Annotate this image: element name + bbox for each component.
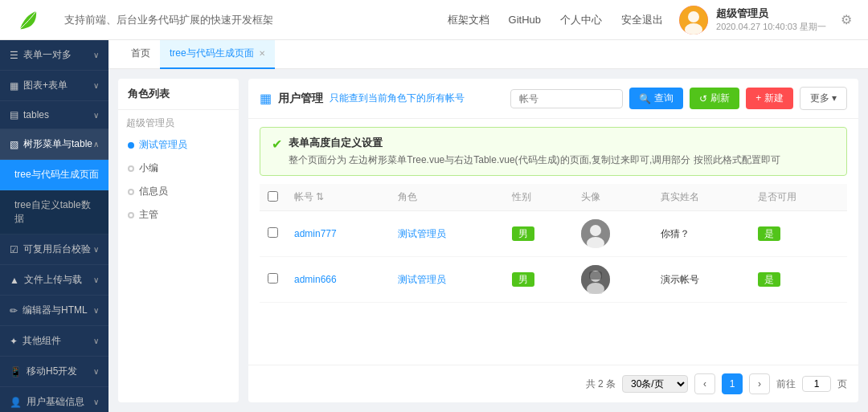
page-1-btn[interactable]: 1 [722, 373, 743, 394]
top-nav-links: 框架文档 GitHub 个人中心 安全退出 [448, 13, 663, 27]
sidebar: ☰ 表单一对多 ∨ ▦ 图表+表单 ∨ ▤ tables ∨ ▧ 树形菜单与ta… [0, 40, 108, 412]
tab-close-icon[interactable]: ✕ [259, 49, 265, 58]
query-button[interactable]: 🔍 查询 [629, 88, 683, 109]
more-button[interactable]: 更多 ▾ [800, 87, 847, 110]
page-size-select[interactable]: 30条/页 50条/页 100条/页 [622, 375, 688, 393]
sidebar-item-user-info[interactable]: 👤 用户基础信息 ∨ [0, 387, 108, 412]
user-icon: 👤 [10, 397, 22, 408]
datetime: 2020.04.27 10:40:03 星期一 [716, 21, 826, 33]
sidebar-sub-item-tree-code[interactable]: tree与代码生成页面 [0, 160, 108, 190]
sidebar-item-upload[interactable]: ▲ 文件上传与载 ∨ [0, 265, 108, 296]
table-row: admin777 测试管理员 男 [260, 211, 847, 257]
alert-title: 表单高度自定义设置 [289, 136, 780, 150]
right-panel-title-area: ▦ 用户管理 只能查到当前角色下的所有帐号 [260, 91, 465, 106]
sidebar-item-chart-form[interactable]: ▦ 图表+表单 ∨ [0, 71, 108, 101]
pagination: 共 2 条 30条/页 50条/页 100条/页 ‹ 1 › 前往 页 [248, 365, 858, 402]
username: 超级管理员 [716, 6, 826, 21]
role-item-2[interactable]: 信息员 [118, 180, 239, 203]
role-dot [128, 189, 134, 195]
arrow-icon: ∨ [93, 245, 99, 254]
check-circle-icon: ✔ [272, 137, 282, 152]
tab-home[interactable]: 首页 [121, 40, 160, 69]
table-row: admin666 测试管理员 男 [260, 257, 847, 303]
alert-box: ✔ 表单高度自定义设置 整个页面分为 左边树形菜单Tree.vue与右边Tabl… [260, 127, 847, 176]
role-cell: 测试管理员 [390, 211, 504, 257]
nav-link-github[interactable]: GitHub [509, 14, 541, 26]
panel-actions: 🔍 查询 ↺ 刷新 + 新建 更多 ▾ [510, 87, 847, 110]
arrow-icon: ∨ [93, 398, 99, 406]
row-checkbox[interactable] [268, 273, 278, 284]
add-button[interactable]: + 新建 [746, 88, 792, 109]
sidebar-item-tables[interactable]: ▤ tables ∨ [0, 101, 108, 129]
prev-page-btn[interactable]: ‹ [694, 373, 715, 394]
table-icon-header: ▦ [260, 91, 272, 106]
sidebar-label: 图表+表单 [23, 79, 93, 92]
tab-bar: 首页 tree与代码生成页面 ✕ [108, 40, 868, 69]
role-item-0[interactable]: 测试管理员 [118, 133, 239, 157]
sidebar-label: 文件上传与载 [24, 273, 93, 287]
nav-link-docs[interactable]: 框架文档 [448, 13, 489, 27]
page-label: 页 [837, 377, 847, 391]
sidebar-label: 可复用后台校验 [23, 243, 93, 256]
nav-link-logout[interactable]: 安全退出 [621, 13, 663, 27]
select-all-checkbox[interactable] [268, 191, 278, 202]
account-link[interactable]: admin666 [294, 274, 337, 285]
realname-cell: 演示帐号 [653, 257, 750, 303]
sidebar-sub-item-tree-custom[interactable]: tree自定义table数据 [0, 190, 108, 235]
row-checkbox[interactable] [268, 227, 278, 238]
next-page-btn[interactable]: › [749, 373, 770, 394]
sidebar-label: tables [23, 109, 93, 120]
arrow-icon: ∨ [93, 306, 99, 315]
svg-point-1 [688, 11, 699, 22]
avatar-img [581, 219, 610, 248]
col-gender: 性别 [504, 184, 572, 211]
upload-icon: ▲ [10, 275, 19, 286]
col-available: 是否可用 [750, 184, 847, 211]
page-content: 角色列表 超级管理员 测试管理员 小编 信息员 主管 [108, 69, 868, 412]
arrow-icon: ∨ [93, 367, 99, 376]
svg-point-4 [590, 225, 601, 236]
check-icon: ☑ [10, 244, 18, 255]
realname-cell: 你猜？ [653, 211, 750, 257]
tab-tree-code[interactable]: tree与代码生成页面 ✕ [160, 40, 275, 69]
sidebar-item-others[interactable]: ✦ 其他组件 ∨ [0, 326, 108, 357]
available-tag: 是 [758, 226, 780, 241]
goto-label: 前往 [776, 377, 796, 391]
row-checkbox-cell [260, 211, 286, 257]
account-cell: admin666 [286, 257, 390, 303]
role-group-label: 超级管理员 [118, 110, 239, 133]
arrow-icon: ∨ [93, 81, 99, 90]
table-icon: ▤ [10, 109, 18, 120]
role-item-3[interactable]: 主管 [118, 203, 239, 226]
role-item-1[interactable]: 小编 [118, 157, 239, 180]
role-link[interactable]: 测试管理员 [398, 274, 446, 285]
nav-link-personal[interactable]: 个人中心 [560, 13, 602, 27]
sidebar-label: 用户基础信息 [27, 395, 93, 409]
arrow-icon: ∨ [93, 51, 99, 59]
sidebar-item-mobile[interactable]: 📱 移动H5开发 ∨ [0, 357, 108, 387]
sidebar-sub-label: tree与代码生成页面 [14, 168, 99, 182]
account-link[interactable]: admin777 [294, 228, 337, 239]
sidebar-label: 其他组件 [23, 334, 93, 348]
sidebar-item-reusable[interactable]: ☑ 可复用后台校验 ∨ [0, 235, 108, 265]
arrow-icon: ∨ [93, 275, 99, 284]
role-link[interactable]: 测试管理员 [398, 228, 446, 239]
sidebar-item-tree-table[interactable]: ▧ 树形菜单与table ∧ [0, 129, 108, 160]
avatar-cell [573, 257, 653, 303]
user-table: 帐号 ⇅ 角色 性别 头像 真实姓名 是否可用 [260, 184, 847, 303]
sidebar-item-editor[interactable]: ✏ 编辑器与HTML ∨ [0, 296, 108, 326]
gender-cell: 男 [504, 257, 572, 303]
sidebar-sub-tree: tree与代码生成页面 tree自定义table数据 [0, 160, 108, 235]
avatar-cell [573, 211, 653, 257]
svg-rect-9 [589, 271, 602, 279]
goto-input[interactable] [802, 376, 831, 392]
account-cell: admin777 [286, 211, 390, 257]
gear-icon[interactable]: ⚙ [841, 12, 852, 27]
refresh-button[interactable]: ↺ 刷新 [690, 88, 739, 109]
tagline: 支持前端、后台业务代码扩展的快速开发框架 [64, 13, 448, 27]
sidebar-item-form-one-to-many[interactable]: ☰ 表单一对多 ∨ [0, 40, 108, 71]
search-input[interactable] [510, 89, 623, 108]
role-dot [128, 142, 134, 149]
role-cell: 测试管理员 [390, 257, 504, 303]
gender-cell: 男 [504, 211, 572, 257]
